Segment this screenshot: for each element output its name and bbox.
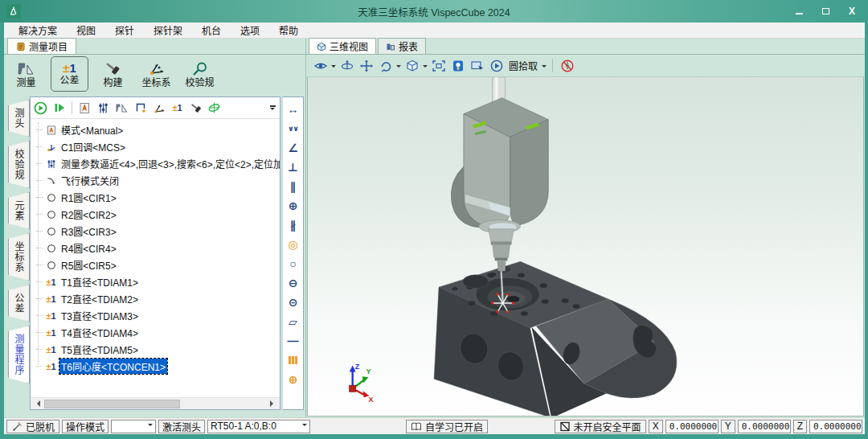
symmetry-icon[interactable]: Ⅲ <box>283 351 303 370</box>
gdt-toolbar: ↔ ∨∨ ∠ ⊥ ∥ ⊕ ∦ ◎ ○ ⊖ ⊝ ▱ — Ⅲ ⊕ <box>282 96 304 410</box>
toolbar-overflow-button[interactable] <box>268 101 277 115</box>
scroll-left-arrow[interactable] <box>31 399 43 409</box>
circle-pick-play-button[interactable] <box>488 57 505 74</box>
menu-probe[interactable]: 探针 <box>105 23 144 38</box>
tree-row-callback[interactable]: C1回调<MCS> <box>32 138 280 155</box>
safety-plane-status: 未开启安全平面 <box>555 420 646 433</box>
pan-move-button[interactable] <box>358 57 375 74</box>
position-orange-icon[interactable]: ⊕ <box>283 370 303 389</box>
circle-icon <box>44 244 58 253</box>
ribbon-toolbar: 测量 ±1 公差 构建 坐标系 <box>4 55 305 93</box>
tolerance-small-button[interactable]: ±1 <box>170 101 185 116</box>
tree-row-circle4[interactable]: R4圆<CIR4> <box>32 240 280 256</box>
project-icon <box>16 42 26 51</box>
parallelism-icon[interactable]: ∥ <box>283 177 303 196</box>
scroll-right-arrow[interactable] <box>268 399 279 409</box>
tree-row-params[interactable]: 测量参数逼近<4>,回退<3>,搜索<6>,定位<2>,定位加<2>,测 <box>32 155 280 172</box>
tree-toolbar: ±1 <box>31 97 280 119</box>
offline-icon <box>11 421 23 432</box>
tree-row-tdiam3[interactable]: ±1T3直径<TDIAM3> <box>32 307 280 324</box>
menu-probe-rack[interactable]: 探针架 <box>144 23 192 38</box>
view-toolbar: 圆拾取 <box>306 55 865 76</box>
side-tab-gauge[interactable]: 校验规 <box>8 141 30 188</box>
run-program-button[interactable] <box>33 101 48 116</box>
tree-row-fly-mode[interactable]: 飞行模式关闭 <box>32 172 280 189</box>
active-probe-select[interactable]: RT50-1 A:0,B:0 <box>207 420 310 433</box>
viewport-3d[interactable]: Z Y X <box>307 76 864 416</box>
ribbon-coordinate-button[interactable]: 坐标系 <box>137 56 175 92</box>
ribbon-gauge-button[interactable]: 校验规 <box>181 56 219 92</box>
menu-machine[interactable]: 机台 <box>192 23 231 38</box>
side-tab-measure-program[interactable]: 测量程序 <box>8 326 30 384</box>
tree-row-circle5[interactable]: R5圆<CIR5> <box>32 256 280 273</box>
locate-position-button[interactable] <box>449 57 466 74</box>
concentricity-icon[interactable]: ◎ <box>283 235 303 254</box>
ribbon-construct-button[interactable]: 构建 <box>94 56 132 92</box>
close-button[interactable]: X <box>849 6 855 16</box>
construct-small-button[interactable] <box>188 101 203 116</box>
side-tab-tolerance[interactable]: 公差 <box>8 285 30 322</box>
plane-view-button[interactable] <box>207 101 222 116</box>
x-axis-label: X <box>649 420 663 433</box>
tree-row-circle2[interactable]: R2圆<CIR2> <box>32 206 280 223</box>
zoom-fit-button[interactable] <box>430 57 447 74</box>
orbit-rotate-button[interactable] <box>338 57 355 74</box>
menu-help[interactable]: 帮助 <box>269 23 308 38</box>
side-tab-elements[interactable]: 元素 <box>8 192 30 229</box>
coordinate-small-button[interactable] <box>151 101 166 116</box>
position-icon[interactable]: ⊕ <box>283 196 303 215</box>
tree-row-tconcen1-selected[interactable]: ±1T6同心度<TCONCEN1> <box>32 358 280 375</box>
perpendicularity-icon[interactable]: ⊥ <box>283 158 303 177</box>
tab-3d-view[interactable]: 三维视图 <box>309 38 376 54</box>
chevron-down-icon[interactable] <box>331 65 336 70</box>
tree-row-mode[interactable]: 模式<Manual> <box>32 121 280 138</box>
tab-report[interactable]: 报表 <box>378 38 426 54</box>
visibility-eye-button[interactable] <box>312 57 329 74</box>
scrollbar-thumb[interactable] <box>44 400 180 408</box>
view-cube-button[interactable] <box>403 57 420 74</box>
operation-mode-select[interactable] <box>111 420 156 433</box>
step-run-button[interactable] <box>51 101 67 116</box>
v-profile-icon[interactable]: ∨∨ <box>283 119 303 138</box>
tab-measure-project[interactable]: 测量项目 <box>7 38 76 54</box>
element-frame-button[interactable] <box>133 101 148 116</box>
side-tab-probe[interactable]: 测头 <box>8 100 30 137</box>
tree-horizontal-scrollbar[interactable] <box>31 397 280 409</box>
restore-button[interactable] <box>822 8 829 14</box>
tree-row-tdiam5[interactable]: ±1T5直径<TDIAM5> <box>32 341 280 358</box>
angularity-icon[interactable]: ∠ <box>283 138 303 158</box>
chevron-down-icon[interactable] <box>396 65 401 70</box>
tree-row-tdiam2[interactable]: ±1T2直径<TDIAM2> <box>32 290 280 307</box>
tree-row-tdiam1[interactable]: ±1T1直径<TDIAM1> <box>32 273 280 290</box>
flatness-icon[interactable]: ▱ <box>283 312 303 331</box>
tree-row-circle3[interactable]: R3圆<CIR3> <box>32 223 280 240</box>
distance-icon[interactable]: ↔ <box>283 100 303 119</box>
menu-view[interactable]: 视图 <box>67 23 105 38</box>
circle-line-icon[interactable]: ⊖ <box>283 273 303 293</box>
runout-icon[interactable]: ∦ <box>283 215 303 235</box>
circle-dash-icon[interactable]: ⊝ <box>283 293 303 312</box>
tolerance-icon: ±1 <box>44 344 58 355</box>
menu-solution[interactable]: 解决方案 <box>9 23 67 38</box>
menu-options[interactable]: 选项 <box>231 23 269 38</box>
chevron-down-icon[interactable] <box>542 65 547 70</box>
cmm-3d-render[interactable]: Z Y X <box>308 77 863 416</box>
circularity-icon[interactable]: ○ <box>283 254 303 273</box>
ribbon-tolerance-button[interactable]: ±1 公差 <box>51 56 88 92</box>
mode-command-button[interactable] <box>77 101 92 116</box>
operation-mode-label: 操作模式 <box>62 420 108 433</box>
tree-row-circle1[interactable]: R1圆<CIR1> <box>32 189 280 206</box>
measure-params-button[interactable] <box>96 101 111 116</box>
measure-tool-button[interactable] <box>114 101 129 116</box>
chevron-down-icon[interactable] <box>423 65 428 70</box>
rotate-view-button[interactable] <box>377 57 394 74</box>
circle-pick-label[interactable]: 圆拾取 <box>509 59 538 72</box>
window-select-button[interactable] <box>469 57 485 74</box>
side-tab-strip: 测头 校验规 元素 坐标系 公差 测量程序 <box>6 96 30 410</box>
ribbon-measure-button[interactable]: 测量 <box>7 56 45 92</box>
side-tab-coordinate[interactable]: 坐标系 <box>8 233 30 281</box>
straightness-icon[interactable]: — <box>283 331 303 351</box>
minimize-button[interactable] <box>796 8 803 14</box>
probe-disabled-button[interactable] <box>559 57 575 74</box>
tree-row-tdiam4[interactable]: ±1T4直径<TDIAM4> <box>32 324 280 341</box>
